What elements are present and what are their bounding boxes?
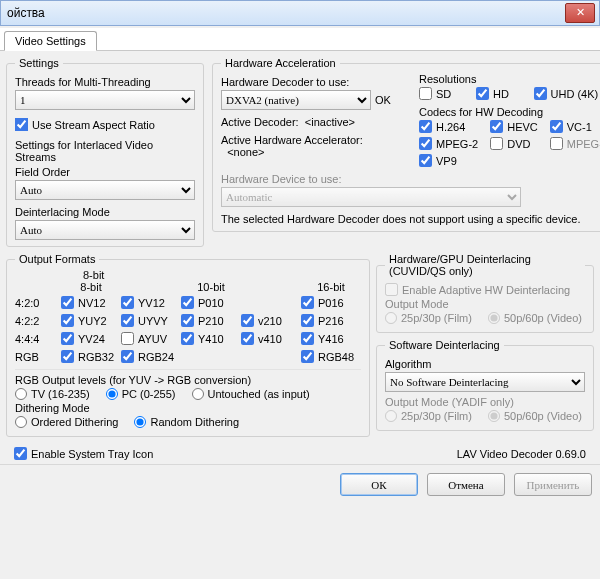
tab-strip: Video Settings (0, 28, 600, 51)
tab-video-settings[interactable]: Video Settings (4, 31, 97, 51)
fmt-y410[interactable]: Y410 (181, 332, 241, 345)
hw-deint-legend: Hardware/GPU Deinterlacing (CUVID/QS onl… (385, 253, 585, 277)
res-hd-checkbox[interactable]: HD (476, 87, 520, 100)
fmt-nv12[interactable]: NV12 (61, 296, 121, 309)
res-sd-checkbox[interactable]: SD (419, 87, 462, 100)
rgb-tv-radio[interactable]: TV (16-235) (15, 388, 90, 400)
threads-label: Threads for Multi-Threading (15, 76, 195, 88)
window-title: ойства (7, 6, 45, 20)
hw-deint-group: Hardware/GPU Deinterlacing (CUVID/QS onl… (376, 253, 594, 333)
codec-dvd-checkbox[interactable]: DVD (490, 137, 538, 150)
apply-button: Применить (514, 473, 592, 496)
rgb-pc-radio[interactable]: PC (0-255) (106, 388, 176, 400)
dither-ordered-radio[interactable]: Ordered Dithering (15, 416, 118, 428)
sw-deint-25p-radio: 25p/30p (Film) (385, 410, 472, 422)
use-aspect-label: Use Stream Aspect Ratio (32, 119, 155, 131)
cancel-button[interactable]: Отмена (427, 473, 505, 496)
version-label: LAV Video Decoder 0.69.0 (457, 448, 586, 460)
codec-mpeg2-checkbox[interactable]: MPEG-2 (419, 137, 478, 150)
field-order-select[interactable]: Auto (15, 180, 195, 200)
hw-device-select: Automatic (221, 187, 521, 207)
fmt-p016[interactable]: P016 (301, 296, 361, 309)
ok-button[interactable]: ОК (340, 473, 418, 496)
active-accel-label: Active Hardware Accelerator: (221, 134, 363, 146)
tray-icon-checkbox[interactable]: Enable System Tray Icon (14, 447, 153, 460)
codec-vc1-checkbox[interactable]: VC-1 (550, 120, 600, 133)
hw-device-note: The selected Hardware Decoder does not s… (221, 213, 600, 225)
sw-deint-group: Software Deinterlacing Algorithm No Soft… (376, 339, 594, 431)
fmt-rgb24[interactable]: RGB24 (121, 350, 181, 363)
rgb-levels-label: RGB Output levels (for YUV -> RGB conver… (15, 374, 361, 386)
fmt-v210[interactable]: v210 (241, 314, 301, 327)
interlaced-section-label: Settings for Interlaced Video Streams (15, 139, 195, 163)
hw-deint-50p-radio: 50p/60p (Video) (488, 312, 582, 324)
fmt-p010[interactable]: P010 (181, 296, 241, 309)
active-decoder-value: <inactive> (305, 116, 355, 128)
hw-deint-enable: Enable Adaptive HW Deinterlacing (385, 283, 570, 296)
deint-mode-select[interactable]: Auto (15, 220, 195, 240)
fmt-p210[interactable]: P210 (181, 314, 241, 327)
deint-mode-label: Deinterlacing Mode (15, 206, 195, 218)
codec-vp9-checkbox[interactable]: VP9 (419, 154, 478, 167)
fmt-yv12[interactable]: YV12 (121, 296, 181, 309)
sw-deint-select[interactable]: No Software Deinterlacing (385, 372, 585, 392)
use-aspect-checkbox[interactable]: Use Stream Aspect Ratio (15, 118, 155, 131)
fmt-y416[interactable]: Y416 (301, 332, 361, 345)
settings-group: Settings Threads for Multi-Threading 1 U… (6, 57, 204, 247)
fmt-yuy2[interactable]: YUY2 (61, 314, 121, 327)
hw-decoder-status: OK (375, 94, 391, 106)
sw-deint-alg-label: Algorithm (385, 358, 585, 370)
hw-decoder-label: Hardware Decoder to use: (221, 76, 411, 88)
codec-hevc-checkbox[interactable]: HEVC (490, 120, 538, 133)
fmt-uyvy[interactable]: UYVY (121, 314, 181, 327)
active-accel-value: <none> (227, 146, 264, 158)
hw-deint-outmode-label: Output Mode (385, 298, 585, 310)
close-icon[interactable]: ✕ (565, 3, 595, 23)
fmt-ayuv[interactable]: AYUV (121, 332, 181, 345)
hw-accel-legend: Hardware Acceleration (221, 57, 340, 69)
hw-accel-group: Hardware Acceleration Hardware Decoder t… (212, 57, 600, 232)
resolutions-label: Resolutions (419, 73, 600, 85)
field-order-label: Field Order (15, 166, 195, 178)
hw-decoder-select[interactable]: DXVA2 (native) (221, 90, 371, 110)
res-uhd-checkbox[interactable]: UHD (4K) (534, 87, 600, 100)
rgb-untouched-radio[interactable]: Untouched (as input) (192, 388, 310, 400)
sw-deint-outmode-label: Output Mode (YADIF only) (385, 396, 585, 408)
output-formats-group: Output Formats 8-bit 8-bit10-bit16-bit 4… (6, 253, 370, 437)
sw-deint-legend: Software Deinterlacing (385, 339, 504, 351)
active-decoder-label: Active Decoder: (221, 116, 299, 128)
fmt-p216[interactable]: P216 (301, 314, 361, 327)
dither-label: Dithering Mode (15, 402, 361, 414)
threads-select[interactable]: 1 (15, 90, 195, 110)
codec-h264-checkbox[interactable]: H.264 (419, 120, 478, 133)
fmt-rgb32[interactable]: RGB32 (61, 350, 121, 363)
output-formats-legend: Output Formats (15, 253, 99, 265)
codecs-label: Codecs for HW Decoding (419, 106, 600, 118)
fmt-yv24[interactable]: YV24 (61, 332, 121, 345)
hw-deint-25p-radio: 25p/30p (Film) (385, 312, 472, 324)
fmt-rgb48[interactable]: RGB48 (301, 350, 361, 363)
hw-device-label: Hardware Device to use: (221, 173, 600, 185)
sw-deint-50p-radio: 50p/60p (Video) (488, 410, 582, 422)
fmt-v410[interactable]: v410 (241, 332, 301, 345)
settings-legend: Settings (15, 57, 63, 69)
dither-random-radio[interactable]: Random Dithering (134, 416, 239, 428)
codec-mpeg4-checkbox[interactable]: MPEG-4 (550, 137, 600, 150)
